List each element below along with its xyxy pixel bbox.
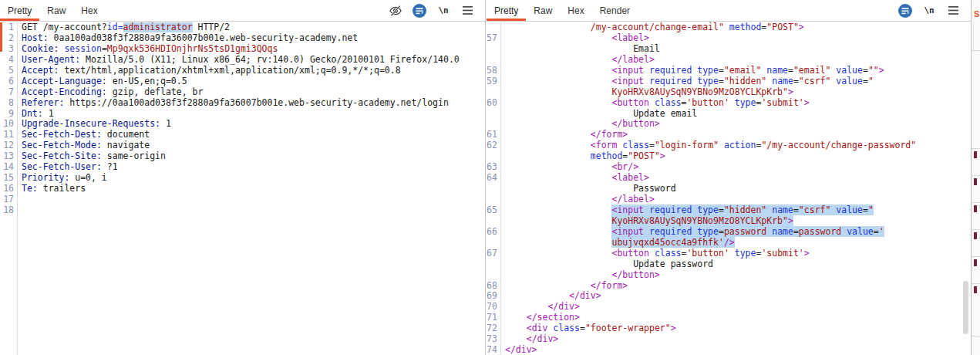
code-line[interactable]: 73 </div>: [487, 334, 971, 345]
code-line[interactable]: KyoHRXv8AUySqN9YBNo9MzO8YCLKpKrb">: [487, 87, 971, 98]
line-text: /my-account/change-email" method="POST">: [497, 22, 804, 33]
code-line[interactable]: 14Sec-Fetch-User: ?1: [0, 162, 485, 173]
line-text: Update password: [497, 259, 713, 270]
highlighted-text: =: [719, 205, 724, 215]
code-line[interactable]: </button>: [487, 270, 971, 281]
tab-render[interactable]: Render: [592, 0, 638, 21]
syntax-segment: <form: [591, 140, 618, 150]
line-text: Sec-Fetch-Mode: navigate: [14, 140, 150, 151]
line-text: Referer: https://0aa100ad038f3f2880a9fa3…: [14, 98, 449, 109]
code-line[interactable]: 60 <button class='button' type='submit'>: [487, 98, 971, 109]
code-line[interactable]: 15Priority: u=0, i: [0, 173, 485, 184]
code-line[interactable]: 13Sec-Fetch-Site: same-origin: [0, 151, 485, 162]
code-line[interactable]: 63 <br/>: [487, 162, 971, 173]
line-text: Accept-Language: en-US,en;q=0.5: [14, 76, 187, 87]
syntax-segment: document: [102, 129, 150, 140]
code-line[interactable]: 7Accept-Encoding: gzip, deflate, br: [0, 87, 485, 98]
visibility-off-icon[interactable]: [389, 4, 402, 18]
tab-hex[interactable]: Hex: [560, 0, 591, 21]
code-line[interactable]: 16Te: trailers: [0, 184, 485, 194]
code-line[interactable]: 65 <input required type="hidden" name="c…: [487, 205, 971, 216]
request-editor[interactable]: 1GET /my-account?id=administrator HTTP/2…: [0, 22, 485, 355]
code-line[interactable]: 12Sec-Fetch-Mode: navigate: [0, 140, 485, 151]
request-panel: PrettyRawHex: [0, 0, 486, 355]
syntax-segment: >: [788, 86, 793, 97]
syntax-segment: trailers: [38, 183, 86, 194]
code-line[interactable]: 64 <label>: [487, 173, 971, 184]
syntax-segment: Mp9qxk536HDIOnjhrNs5tsD1gmi3QOqs: [107, 43, 278, 54]
tab-pretty[interactable]: Pretty: [487, 0, 526, 21]
syntax-segment: name: [761, 65, 788, 76]
code-line[interactable]: Update email: [487, 109, 971, 120]
scrollbar-thumb[interactable]: [963, 281, 968, 334]
code-line[interactable]: 74</div>: [487, 345, 971, 355]
code-line[interactable]: 61 </form>: [487, 130, 971, 140]
code-line[interactable]: 5Accept: text/html,application/xhtml+xml…: [0, 66, 485, 76]
code-line[interactable]: 72 <div class="footer-wrapper">: [487, 323, 971, 334]
code-line[interactable]: 11Sec-Fetch-Dest: document: [0, 130, 485, 140]
code-line[interactable]: </label>: [487, 55, 971, 66]
newline-toggle-icon[interactable]: \n: [436, 4, 450, 18]
code-line[interactable]: 69 </div>: [487, 291, 971, 302]
code-line[interactable]: /my-account/change-email" method="POST">: [487, 22, 971, 33]
code-line[interactable]: 68 </form>: [487, 281, 971, 292]
code-line[interactable]: 62 <form class="login-form" action="/my-…: [487, 140, 971, 151]
code-line[interactable]: 58 <input required type="email" name="em…: [487, 66, 971, 76]
syntax-highlight-icon[interactable]: [898, 4, 912, 18]
syntax-segment: same-origin: [102, 150, 166, 161]
highlighted-text: administrator: [123, 22, 193, 32]
clipped-divider: [972, 50, 980, 51]
highlighted-text: =: [719, 226, 724, 237]
code-line[interactable]: 10Upgrade-Insecure-Requests: 1: [0, 119, 485, 130]
tab-pretty[interactable]: Pretty: [0, 0, 39, 21]
syntax-segment: Sec-Fetch-User:: [22, 161, 102, 172]
highlighted-text: =: [793, 205, 799, 215]
code-line[interactable]: 17: [0, 194, 485, 205]
line-number: 71: [487, 313, 497, 323]
code-line[interactable]: </label>: [487, 194, 971, 205]
code-line[interactable]: Email: [487, 44, 971, 55]
tab-raw[interactable]: Raw: [39, 0, 73, 21]
menu-icon[interactable]: [946, 4, 960, 18]
tab-hex[interactable]: Hex: [73, 0, 105, 21]
inspector-panel-edge[interactable]: S: [971, 0, 980, 355]
code-line[interactable]: method="POST">: [487, 151, 971, 162]
line-text: GET /my-account?id=administrator HTTP/2: [14, 22, 230, 33]
code-line[interactable]: 9Dnt: 1: [0, 109, 485, 120]
code-line[interactable]: 67 <button class='button' type='submit'>: [487, 248, 971, 259]
code-line[interactable]: </button>: [487, 119, 971, 130]
code-line[interactable]: 6Accept-Language: en-US,en;q=0.5: [0, 76, 485, 87]
code-line[interactable]: 57 <label>: [487, 33, 971, 44]
syntax-segment: value: [830, 76, 863, 86]
response-tabbar: PrettyRawHexRender \n: [487, 0, 971, 22]
line-text: Upgrade-Insecure-Requests: 1: [14, 119, 171, 130]
code-line[interactable]: 66 <input required type=password name=pa…: [487, 227, 971, 238]
code-line[interactable]: 18: [0, 205, 485, 216]
syntax-segment: class: [617, 140, 649, 150]
line-text: ubujvqxd45occ4a9fhfk'/>: [497, 238, 735, 248]
code-line[interactable]: 8Referer: https://0aa100ad038f3f2880a9fa…: [0, 98, 485, 109]
response-editor[interactable]: /my-account/change-email" method="POST">…: [487, 22, 971, 355]
code-line[interactable]: Update password: [487, 259, 971, 270]
syntax-highlight-icon[interactable]: [413, 4, 426, 18]
code-line[interactable]: 1GET /my-account?id=administrator HTTP/2: [0, 22, 485, 33]
menu-icon[interactable]: [460, 4, 474, 18]
line-number: 9: [0, 109, 14, 120]
line-text: </button>: [497, 119, 660, 130]
syntax-segment: Mozilla/5.0 (X11; Linux x86_64; rv:140.0…: [80, 54, 460, 65]
line-number: [487, 109, 497, 120]
clipped-text-mark: [974, 178, 977, 185]
code-line[interactable]: KyoHRXv8AUySqN9YBNo9MzO8YCLKpKrb">: [487, 216, 971, 227]
newline-toggle-icon[interactable]: \n: [922, 4, 936, 18]
code-line[interactable]: 70 </div>: [487, 302, 971, 313]
syntax-segment: 0aa100ad038f3f2880a9fa36007b001e.web-sec…: [49, 32, 359, 43]
code-line[interactable]: ubujvqxd45occ4a9fhfk'/>: [487, 238, 971, 248]
code-line[interactable]: Password: [487, 184, 971, 194]
code-line[interactable]: 3Cookie: session=Mp9qxk536HDIOnjhrNs5tsD…: [0, 44, 485, 55]
line-text: KyoHRXv8AUySqN9YBNo9MzO8YCLKpKrb">: [497, 216, 793, 227]
code-line[interactable]: 59 <input required type="hidden" name="c…: [487, 76, 971, 87]
tab-raw[interactable]: Raw: [526, 0, 560, 21]
code-line[interactable]: 2Host: 0aa100ad038f3f2880a9fa36007b001e.…: [0, 33, 485, 44]
code-line[interactable]: 71 </section>: [487, 313, 971, 323]
code-line[interactable]: 4User-Agent: Mozilla/5.0 (X11; Linux x86…: [0, 55, 485, 66]
